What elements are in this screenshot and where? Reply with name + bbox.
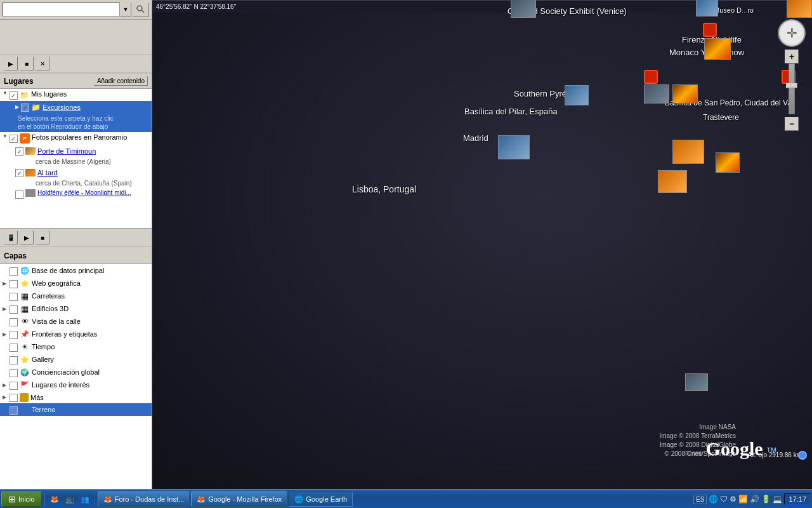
place-item-mis-lugares[interactable]: ▼ 📁 Mis lugares: [0, 89, 152, 101]
thumb-bottom[interactable]: [685, 373, 708, 391]
tray-icon-network[interactable]: 💻: [773, 495, 782, 504]
thumb-top-1[interactable]: [511, 0, 536, 18]
taskbar: ⊞ Inicio 🦊 📺 👥 🦊 Foro - Dudas de Inst...…: [0, 489, 812, 508]
tray-icon-3[interactable]: 📶: [738, 495, 748, 504]
place-item-al-tard[interactable]: Al tard cerca de Cherta, Cataluña (Spain…: [0, 166, 152, 188]
checkbox-tiempo[interactable]: [10, 344, 18, 352]
pano-marker-1[interactable]: [703, 23, 717, 37]
label-porte[interactable]: Porte de Timimoun: [37, 147, 96, 155]
blue-dot-indicator: [798, 451, 807, 460]
zoom-slider[interactable]: [789, 64, 795, 114]
porte-sublabel: cerca de Massine (Algeria): [36, 158, 111, 165]
expand-mis-lugares[interactable]: ▼: [3, 90, 8, 96]
compass-control[interactable]: [778, 19, 806, 47]
search-dropdown-btn[interactable]: ▼: [120, 3, 131, 17]
checkbox-carreteras[interactable]: [10, 293, 18, 301]
expand-fronteras[interactable]: ▶: [3, 331, 8, 337]
checkbox-panoramio[interactable]: [10, 135, 18, 143]
checkbox-more[interactable]: [15, 190, 23, 199]
expand-web-geo[interactable]: ▶: [3, 281, 8, 286]
checkbox-base-datos[interactable]: [10, 267, 18, 276]
thumb-top-3[interactable]: [787, 0, 812, 18]
checkbox-vista-calle[interactable]: [10, 318, 18, 326]
zoom-in-button[interactable]: +: [785, 50, 799, 64]
ie-quicklaunch2[interactable]: 📺: [63, 491, 77, 507]
tray-icon-4[interactable]: 🔊: [750, 495, 759, 504]
layer-item-terreno[interactable]: Terreno: [0, 403, 152, 416]
checkbox-web-geo[interactable]: [10, 280, 18, 288]
thumb-pyrenees[interactable]: [565, 85, 589, 105]
label-excursiones[interactable]: Excursiones: [43, 104, 81, 111]
phone-button[interactable]: 📱: [4, 231, 18, 244]
place-item-more[interactable]: Holdfény éjféle - Moonlight midi...: [0, 188, 152, 200]
layer-item-concienciacion[interactable]: 🌍 Concienciación global: [0, 366, 152, 378]
thumb-southern2[interactable]: [716, 152, 740, 173]
tray-icon-battery[interactable]: 🔋: [761, 495, 771, 504]
thumb-madrid[interactable]: [658, 170, 687, 193]
start-button[interactable]: ⊞ Inicio: [1, 491, 42, 507]
expand-excursiones[interactable]: ▶: [15, 104, 19, 110]
search-button[interactable]: [133, 3, 149, 17]
thumb-lisboa[interactable]: [498, 135, 530, 159]
checkbox-edificios[interactable]: [10, 305, 18, 314]
language-indicator[interactable]: ES: [693, 495, 707, 504]
checkbox-terreno[interactable]: [10, 406, 18, 415]
checkbox-mas[interactable]: [10, 394, 18, 402]
place-item-panoramio[interactable]: ▼ P Fotos populares en Panoramio: [0, 132, 152, 145]
place-item-porte[interactable]: Porte de Timimoun cerca de Massine (Alge…: [0, 145, 152, 166]
map-area[interactable]: City and Society Exhibit (Venice) Museo …: [152, 0, 812, 489]
tray-icon-shield[interactable]: 🛡: [720, 495, 728, 504]
checkbox-fronteras[interactable]: [10, 331, 18, 339]
checkbox-excursiones[interactable]: [21, 104, 29, 112]
close-button[interactable]: ✕: [36, 57, 49, 70]
taskbar-google-earth[interactable]: 🌐 Google Earth: [289, 491, 353, 507]
tray-icon-2[interactable]: ⚙: [730, 495, 737, 504]
place-item-excursiones[interactable]: ▶ 📁 Excursiones Selecciona esta carpeta …: [0, 101, 152, 132]
layers-list[interactable]: 🌐 Base de datos principal ▶ ⭐ Web geográ…: [0, 264, 152, 489]
checkbox-lugares-interes[interactable]: [10, 382, 18, 390]
search-input[interactable]: [3, 3, 120, 17]
layer-item-vista-calle[interactable]: 👁 Vista de la calle: [0, 315, 152, 328]
ie-quicklaunch[interactable]: 🦊: [48, 491, 62, 507]
layer-item-carreteras[interactable]: ▦ Carreteras: [0, 290, 152, 302]
label-terreno: Terreno: [32, 406, 55, 413]
stop-bottom-button[interactable]: ■: [36, 231, 49, 244]
expand-lugares[interactable]: ▶: [3, 382, 8, 388]
expand-edificios[interactable]: ▶: [3, 306, 8, 312]
zoom-out-button[interactable]: −: [785, 117, 799, 131]
checkbox-mis-lugares[interactable]: [10, 91, 18, 100]
thumb-venue1[interactable]: [704, 38, 731, 60]
expand-panoramio[interactable]: ▼: [3, 133, 8, 139]
layer-item-edificios[interactable]: ▶ ▦ Edificios 3D: [0, 302, 152, 315]
checkbox-al-tard[interactable]: [15, 169, 23, 177]
thumb-venice1[interactable]: [644, 84, 669, 104]
layer-item-base-datos[interactable]: 🌐 Base de datos principal: [0, 264, 152, 277]
label-al-tard[interactable]: Al tard: [37, 169, 58, 177]
label-panoramio: Fotos populares en Panoramio: [32, 133, 127, 141]
layer-item-web-geo[interactable]: ▶ ⭐ Web geográfica: [0, 277, 152, 290]
play-bottom-button[interactable]: ▶: [20, 231, 34, 244]
label-more[interactable]: Holdfény éjféle - Moonlight midi...: [37, 189, 131, 196]
thumb-top-2[interactable]: [696, 0, 718, 17]
places-list[interactable]: ▼ 📁 Mis lugares ▶ 📁 Excursiones Seleccio…: [0, 89, 152, 229]
taskbar-google-firefox[interactable]: 🦊 Google - Mozilla Firefox: [191, 491, 287, 507]
add-content-button[interactable]: Añadir contenido: [94, 76, 148, 86]
taskbar-foro[interactable]: 🦊 Foro - Dudas de Inst...: [98, 491, 190, 507]
ie-quicklaunch3[interactable]: 👥: [78, 491, 92, 507]
play-button[interactable]: ▶: [4, 57, 18, 70]
checkbox-concienciacion[interactable]: [10, 369, 18, 377]
pano-marker-2[interactable]: [644, 70, 658, 84]
checkbox-porte[interactable]: [15, 147, 23, 156]
zoom-thumb[interactable]: [786, 83, 797, 88]
layer-item-gallery[interactable]: ⭐ Gallery: [0, 353, 152, 366]
tray-icon-1[interactable]: 🌐: [709, 495, 718, 504]
layer-item-fronteras[interactable]: ▶ 📌 Fronteras y etiquetas: [0, 328, 152, 340]
layer-item-mas[interactable]: ▶ Más: [0, 391, 152, 403]
stop-button[interactable]: ■: [20, 57, 34, 70]
layer-item-lugares-interes[interactable]: ▶ 🚩 Lugares de interés: [0, 378, 152, 391]
layer-item-tiempo[interactable]: ☀ Tiempo: [0, 340, 152, 353]
thumb-venice2[interactable]: [672, 84, 698, 104]
thumb-southern1[interactable]: [672, 140, 704, 164]
checkbox-gallery[interactable]: [10, 356, 18, 364]
expand-mas[interactable]: ▶: [3, 394, 8, 400]
